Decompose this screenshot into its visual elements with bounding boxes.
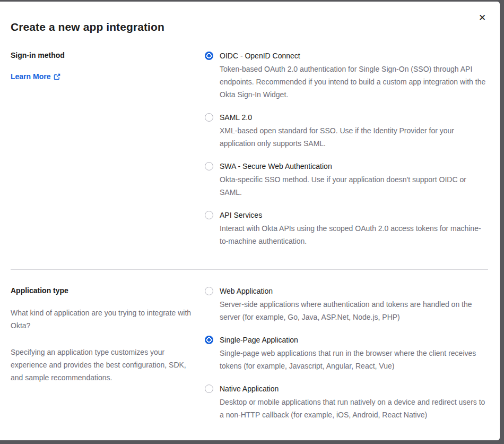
- option-description-saml: XML-based open standard for SSO. Use if …: [220, 124, 488, 150]
- application-type-section: Application type What kind of applicatio…: [11, 285, 488, 421]
- option-description-native-application: Desktop or mobile applications that run …: [220, 396, 488, 421]
- signin-method-label: Sign-in method: [11, 50, 194, 61]
- radio-option-oidc[interactable]: OIDC - OpenID Connect Token-based OAuth …: [205, 50, 488, 101]
- option-description-oidc: Token-based OAuth 2.0 authentication for…: [220, 63, 488, 101]
- option-description-single-page-application: Single-page web applications that run in…: [220, 347, 488, 372]
- radio-option-native-application[interactable]: Native Application Desktop or mobile app…: [205, 383, 488, 421]
- option-label-saml[interactable]: SAML 2.0: [220, 112, 488, 123]
- option-description-api-services: Interact with Okta APIs using the scoped…: [220, 222, 488, 247]
- signin-method-section: Sign-in method Learn More: [11, 50, 488, 247]
- radio-button-native-application[interactable]: [205, 385, 213, 393]
- external-link-icon: [54, 73, 60, 80]
- option-label-api-services[interactable]: API Services: [220, 209, 488, 221]
- option-description-swa: Okta-specific SSO method. Use if your ap…: [220, 173, 488, 199]
- section-divider: [11, 269, 488, 270]
- radio-option-api-services[interactable]: API Services Interact with Okta APIs usi…: [205, 209, 488, 247]
- radio-button-oidc[interactable]: [205, 52, 213, 60]
- option-label-native-application[interactable]: Native Application: [220, 383, 488, 395]
- radio-button-api-services[interactable]: [205, 211, 213, 219]
- radio-button-single-page-application[interactable]: [205, 336, 213, 344]
- dialog-title: Create a new app integration: [11, 21, 488, 33]
- learn-more-label: Learn More: [11, 72, 50, 81]
- radio-option-swa[interactable]: SWA - Secure Web Authentication Okta-spe…: [205, 160, 488, 199]
- option-description-web-application: Server-side applications where authentic…: [220, 298, 488, 323]
- application-type-help-text: Specifying an application type customize…: [11, 346, 194, 384]
- application-type-question: What kind of application are you trying …: [11, 306, 194, 332]
- radio-option-saml[interactable]: SAML 2.0 XML-based open standard for SSO…: [205, 112, 488, 150]
- radio-button-swa[interactable]: [205, 162, 213, 170]
- option-label-web-application[interactable]: Web Application: [220, 285, 488, 297]
- radio-button-web-application[interactable]: [205, 287, 213, 295]
- application-type-label: Application type: [11, 285, 194, 296]
- radio-option-web-application[interactable]: Web Application Server-side applications…: [205, 285, 488, 323]
- radio-option-single-page-application[interactable]: Single-Page Application Single-page web …: [205, 334, 488, 372]
- learn-more-link[interactable]: Learn More: [11, 72, 60, 81]
- option-label-swa[interactable]: SWA - Secure Web Authentication: [220, 160, 488, 172]
- option-label-single-page-application[interactable]: Single-Page Application: [220, 334, 488, 346]
- create-app-integration-dialog: ✕ Create a new app integration Sign-in m…: [0, 2, 500, 440]
- radio-button-saml[interactable]: [205, 113, 213, 122]
- option-label-oidc[interactable]: OIDC - OpenID Connect: [220, 50, 488, 62]
